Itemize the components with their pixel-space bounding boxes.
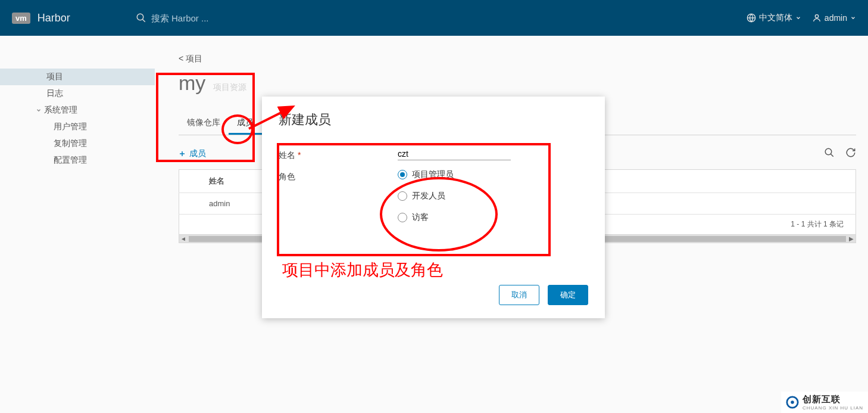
svg-point-11 [791,400,794,404]
role-admin-label: 项目管理员 [412,169,454,180]
radio-icon [398,191,407,201]
role-guest[interactable]: 访客 [398,212,454,223]
required-mark: * [298,150,301,160]
watermark-logo-icon [786,396,799,409]
name-input[interactable] [398,148,511,160]
role-developer[interactable]: 开发人员 [398,191,454,201]
form-row-role: 角色 项目管理员 开发人员 访客 [279,169,588,223]
name-label-text: 姓名 [279,150,295,160]
modal-title: 新建成员 [279,111,588,129]
modal-actions: 取消 确定 [499,285,588,305]
role-guest-label: 访客 [412,212,429,223]
form-row-name: 姓名* [279,148,588,161]
name-label: 姓名* [279,148,398,161]
modal-overlay: 新建成员 姓名* 角色 项目管理员 开发人员 访客 [0,0,868,413]
radio-icon [398,170,407,179]
role-developer-label: 开发人员 [412,191,445,201]
new-member-modal: 新建成员 姓名* 角色 项目管理员 开发人员 访客 [262,97,605,318]
ok-button[interactable]: 确定 [548,285,588,305]
role-radio-group: 项目管理员 开发人员 访客 [398,169,454,223]
watermark-main: 创新互联 [803,394,863,405]
watermark-sub: CHUANG XIN HU LIAN [803,405,863,411]
watermark: 创新互联 CHUANG XIN HU LIAN [781,392,868,413]
cancel-button[interactable]: 取消 [499,285,539,305]
role-label: 角色 [279,169,398,182]
radio-icon [398,213,407,222]
role-admin[interactable]: 项目管理员 [398,169,454,180]
